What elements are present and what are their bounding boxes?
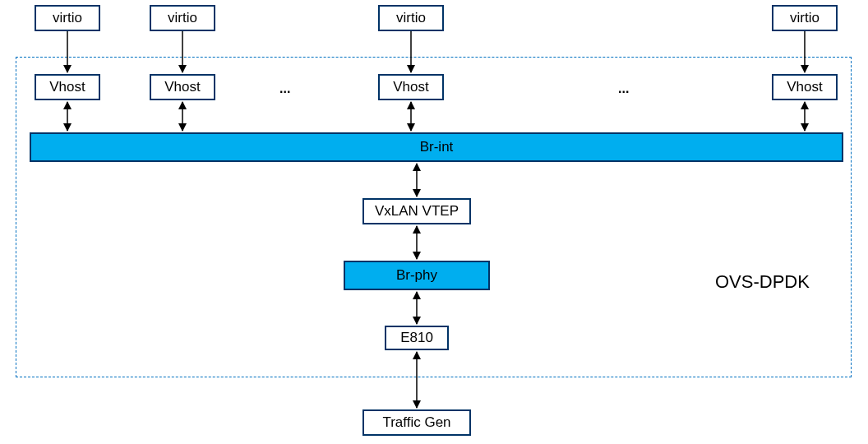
arrows-svg [0,0,868,444]
